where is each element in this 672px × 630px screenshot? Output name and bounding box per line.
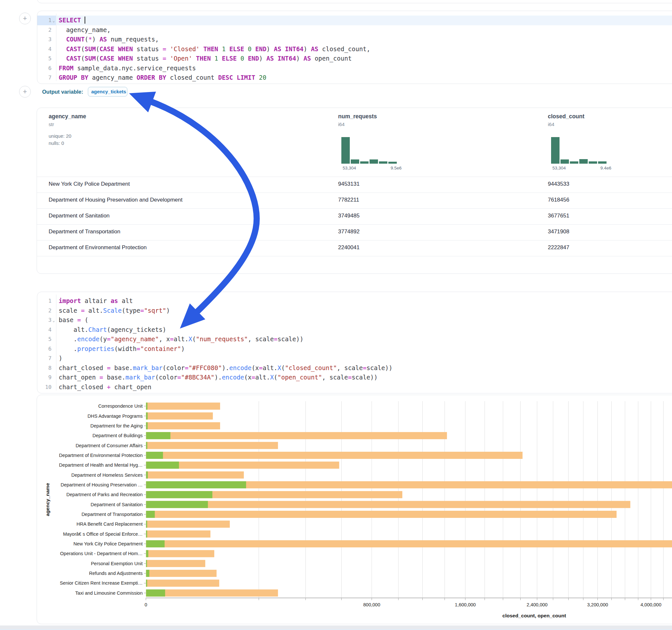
column-type: i64 [338, 122, 344, 127]
next-cell-band [0, 626, 672, 629]
column-header-agency_name[interactable]: agency_name [49, 113, 86, 120]
table-row: Department of Environmental Protection22… [37, 240, 672, 256]
svg-text:Refunds and Adjustments: Refunds and Adjustments [89, 571, 143, 576]
column-stat: nulls: 0 [49, 140, 64, 146]
table-cell: 3677651 [548, 213, 569, 219]
table-cell: 9453131 [338, 181, 360, 187]
svg-text:Department of Buildings: Department of Buildings [92, 433, 143, 438]
output-variable-label: Output variable: [42, 89, 83, 95]
svg-text:Correspondence Unit: Correspondence Unit [98, 404, 143, 409]
code-line: 5 CAST(SUM(CASE WHEN status = 'Open' THE… [37, 54, 672, 64]
column-histogram [341, 137, 397, 164]
svg-text:1,600,000: 1,600,000 [455, 602, 476, 607]
output-variable-pill[interactable]: agency_tickets [88, 87, 127, 97]
histogram-max-label: 9.4e6 [600, 166, 611, 170]
svg-text:3,200,000: 3,200,000 [587, 602, 608, 607]
svg-text:Department of Parks and Recrea: Department of Parks and Recreation [67, 492, 143, 497]
table-cell: Department of Environmental Protection [49, 244, 146, 251]
column-header-num_requests[interactable]: num_requests [338, 113, 377, 120]
code-line: 8chart_closed = base.mark_bar(color="#FF… [37, 363, 672, 373]
svg-text:Taxi and Limousine Commission: Taxi and Limousine Commission [75, 590, 143, 596]
altair-bar-chart: Correspondence UnitDHS Advantage Program… [37, 395, 672, 624]
svg-text:Department of Homeless Service: Department of Homeless Services [71, 472, 143, 478]
histogram-min-label: 53,304 [552, 166, 566, 170]
python-cell[interactable]: 1import altair as alt2scale = alt.Scale(… [37, 292, 672, 393]
table-cell: 2240041 [338, 244, 360, 251]
table-row: Department of Transportation377489234719… [37, 224, 672, 240]
svg-text:Operations Unit - Department o: Operations Unit - Department of Hom… [60, 551, 143, 556]
svg-text:Department of Transportation: Department of Transportation [81, 512, 143, 517]
code-line: 1⌄SELECT [37, 16, 672, 25]
svg-text:Department of Housing Preserva: Department of Housing Preservation … [61, 482, 143, 487]
svg-text:Department for the Aging: Department for the Aging [91, 423, 143, 429]
table-row: Department of Housing Preservation and D… [37, 193, 672, 209]
svg-text:DHS Advantage Programs: DHS Advantage Programs [88, 413, 143, 419]
svg-text:4,000,000: 4,000,000 [641, 602, 662, 607]
code-line: 2 agency_name, [37, 25, 672, 35]
table-cell: 3471908 [548, 228, 569, 235]
output-variable-row: Output variable: agency_tickets [42, 85, 127, 98]
code-line: 4 CAST(SUM(CASE WHEN status = 'Closed' T… [37, 44, 672, 54]
column-histogram [551, 137, 607, 164]
code-line: 6 .properties(width="container") [37, 344, 672, 354]
svg-text:0: 0 [145, 602, 147, 607]
svg-text:Senior Citizen Rent Increase E: Senior Citizen Rent Increase Exempti… [60, 580, 143, 586]
table-cell: 7618456 [548, 197, 569, 203]
svg-text:closed_count, open_count: closed_count, open_count [502, 613, 566, 618]
notebook-page: + + 1⌄SELECT 2 agency_name,3 COUNT(*) AS… [0, 0, 672, 630]
table-cell: Department of Sanitation [49, 213, 110, 219]
column-type: i64 [548, 122, 554, 127]
code-line: 2scale = alt.Scale(type="sqrt") [37, 306, 672, 316]
histogram-min-label: 53,304 [343, 166, 356, 170]
svg-text:agency_name: agency_name [45, 483, 50, 516]
add-cell-button-top[interactable]: + [19, 13, 31, 24]
python-code-editor[interactable]: 1import altair as alt2scale = alt.Scale(… [37, 292, 672, 393]
code-line: 10chart_closed + chart_open [37, 382, 672, 392]
code-line: 1import altair as alt [37, 296, 672, 306]
code-line: 7GROUP BY agency_name ORDER BY closed_co… [37, 73, 672, 83]
table-cell: New York City Police Department [49, 181, 130, 187]
histogram-max-label: 9.5e6 [391, 166, 402, 170]
fold-chevron-icon[interactable]: ⌄ [52, 16, 55, 26]
svg-text:Department of Health and Menta: Department of Health and Mental Hyg… [59, 462, 143, 468]
code-line: 5 .encode(y="agency_name", x=alt.X("num_… [37, 335, 672, 344]
svg-text:2,400,000: 2,400,000 [527, 602, 548, 607]
table-cell: 2222847 [548, 244, 569, 251]
svg-text:HRA Benefit Card Replacement: HRA Benefit Card Replacement [76, 522, 143, 527]
table-cell: Department of Housing Preservation and D… [49, 197, 183, 203]
table-row: Department of Sanitation37494853677651 [37, 209, 672, 224]
sql-code-editor[interactable]: 1⌄SELECT 2 agency_name,3 COUNT(*) AS num… [37, 11, 672, 83]
column-header-closed_count[interactable]: closed_count [548, 113, 584, 120]
sql-cell[interactable]: 1⌄SELECT 2 agency_name,3 COUNT(*) AS num… [37, 11, 672, 84]
dataframe-preview: agency_namestrunique: 20nulls: 0num_requ… [37, 107, 672, 274]
table-cell: 7782211 [338, 197, 359, 203]
chart-output-cell: Correspondence UnitDHS Advantage Program… [37, 395, 672, 624]
table-cell: 3749485 [338, 213, 360, 219]
svg-text:Department of Consumer Affairs: Department of Consumer Affairs [75, 443, 143, 448]
add-cell-button-middle[interactable]: + [19, 86, 31, 98]
svg-text:Personal Exemption Unit: Personal Exemption Unit [91, 561, 143, 566]
previous-cell-sliver [37, 0, 672, 3]
fold-chevron-icon[interactable]: ⌄ [52, 316, 55, 326]
table-cell: 3774892 [338, 228, 360, 235]
text-cursor [85, 17, 85, 24]
code-line: 3⌄base = ( [37, 315, 672, 325]
svg-text:New York City Police Departmen: New York City Police Department [73, 541, 143, 547]
code-line: 4 alt.Chart(agency_tickets) [37, 325, 672, 335]
svg-text:Department of Environmental Pr: Department of Environmental Protection [59, 453, 143, 458]
code-line: 9chart_open = base.mark_bar(color="#8BC3… [37, 373, 672, 382]
table-row: New York City Police Department945313194… [37, 177, 672, 193]
column-stat: unique: 20 [49, 133, 71, 139]
code-line: 7) [37, 354, 672, 363]
svg-text:Mayorâ€ s Office of Special En: Mayorâ€ s Office of Special Enforce… [63, 532, 143, 537]
svg-text:800,000: 800,000 [363, 602, 380, 607]
code-line: 6FROM sample_data.nyc.service_requests [37, 64, 672, 73]
code-line: 3 COUNT(*) AS num_requests, [37, 35, 672, 44]
column-type: str [49, 122, 54, 127]
table-cell: 9443533 [548, 181, 569, 187]
table-cell: Department of Transportation [49, 228, 120, 235]
svg-text:Department of Sanitation: Department of Sanitation [91, 502, 143, 507]
